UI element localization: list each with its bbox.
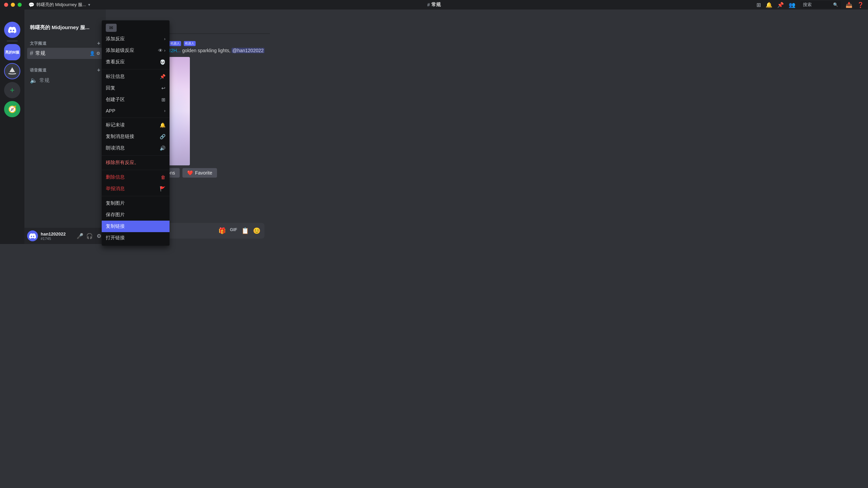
thread-icon: ⊞ <box>161 97 165 102</box>
heart-icon: ❤️ <box>187 170 193 176</box>
add-voice-icon[interactable]: + <box>97 67 100 73</box>
mention[interactable]: @han1202022 <box>232 48 264 53</box>
svg-rect-0 <box>12 67 12 73</box>
close-button[interactable] <box>4 3 8 7</box>
sticker-icon[interactable]: 📋 <box>241 227 249 235</box>
reply-icon: ↩ <box>161 85 165 91</box>
menu-divider-3 <box>102 155 170 156</box>
menu-divider-1 <box>102 69 170 69</box>
channel-sidebar: 韩曙亮的 Midjourney 服... 文字频道 + # 常规 👤 ⚙ 语音频… <box>24 9 106 244</box>
text-section-header[interactable]: 文字频道 + <box>27 39 103 48</box>
username: han1202022 <box>41 231 73 237</box>
server-icon-discover[interactable]: 🧭 <box>4 101 20 117</box>
server-list: 亮的M服 + 🧭 <box>0 9 24 244</box>
hash-icon: # <box>30 50 33 57</box>
input-icons: 🎁 GIF 📋 😊 <box>218 227 260 235</box>
menu-divider-5 <box>102 196 170 196</box>
user-avatar <box>27 230 38 241</box>
user-settings-icon[interactable]: 👤 <box>90 51 95 56</box>
server-icon-discord[interactable] <box>4 22 20 38</box>
ctx-add-reaction[interactable]: 添加反应 › <box>102 33 170 45</box>
ctx-mark-unread[interactable]: 标记未读 🔔 <box>102 119 170 131</box>
titlebar-channel: # 常规 <box>427 2 434 8</box>
ctx-app[interactable]: APP › <box>102 105 170 116</box>
ctx-create-thread[interactable]: 创建子区 ⊞ <box>102 94 170 105</box>
user-panel: han1202022 #1745 🎤 🎧 ⚙ <box>24 228 106 244</box>
gift-icon[interactable]: 🎁 <box>218 227 226 235</box>
headset-icon[interactable]: 🎧 <box>85 232 94 240</box>
ctx-add-super-reaction[interactable]: 添加超级反应 👁 › <box>102 45 170 56</box>
maximize-button[interactable] <box>18 3 22 7</box>
robot-badge-2: 机器人 <box>184 41 196 46</box>
gif-icon[interactable]: GIF <box>230 227 237 235</box>
minimize-button[interactable] <box>11 3 15 7</box>
pin-icon: 📌 <box>160 74 165 79</box>
favorite-button[interactable]: ❤️ Favorite <box>182 168 217 178</box>
speaker-icon: 🔊 <box>160 145 165 151</box>
trash-icon: 🗑 <box>161 175 165 180</box>
ctx-remove-reactions[interactable]: 移除所有反应。 <box>102 157 170 168</box>
ctx-copy-image[interactable]: 复制图片 <box>102 198 170 209</box>
ctx-copy-link[interactable]: 复制消息链接 🔗 <box>102 131 170 142</box>
ctx-open-link[interactable]: 打开链接 <box>102 232 170 244</box>
user-info: han1202022 #1745 <box>41 231 73 241</box>
server-name[interactable]: 韩曙亮的 Midjourney 服... <box>24 19 106 34</box>
text-channels-section: 文字频道 + # 常规 👤 ⚙ <box>24 34 106 60</box>
titlebar: 💬 韩曙亮的 Midjourney 服... ▾ # 常规 ⊞ 🔔 📌 👥 搜索… <box>0 0 434 9</box>
voice-section-header[interactable]: 语音频道 + <box>27 66 103 75</box>
ctx-report-message[interactable]: 举报消息 🚩 <box>102 183 170 195</box>
eye-icon: 👁 <box>158 48 163 53</box>
voice-channels-section: 语音频道 + 🔈 常规 <box>24 60 106 87</box>
user-discriminator: #1745 <box>41 237 73 241</box>
server-icon-mj[interactable]: 亮的M服 <box>4 44 20 60</box>
settings-icon[interactable]: ⚙ <box>96 51 100 56</box>
ctx-save-image[interactable]: 保存图片 <box>102 209 170 221</box>
ctx-read-message[interactable]: 朗读消息 🔊 <box>102 142 170 154</box>
link-icon: 🔗 <box>160 134 165 139</box>
channel-item-voice-regular[interactable]: 🔈 常规 <box>27 75 103 86</box>
mic-icon[interactable]: 🎤 <box>76 232 84 240</box>
arrow-icon-2: › <box>164 48 165 53</box>
flag-icon: 🚩 <box>160 186 165 191</box>
ctx-view-reaction[interactable]: 查看反应 💀 <box>102 56 170 68</box>
channel-item-text-regular[interactable]: # 常规 👤 ⚙ <box>27 48 103 59</box>
bell-icon: 🔔 <box>160 122 165 128</box>
message-body: golden sparkling lights, <box>182 48 232 53</box>
server-divider <box>7 41 18 41</box>
emoji-icon[interactable]: 😊 <box>253 227 260 235</box>
add-channel-icon[interactable]: + <box>97 40 100 46</box>
add-server-button[interactable]: + <box>4 82 20 98</box>
email-icon: ✉ <box>106 24 117 32</box>
menu-divider-2 <box>102 118 170 118</box>
ctx-reply[interactable]: 回复 ↩ <box>102 82 170 94</box>
speaker-icon: 🔈 <box>30 77 37 84</box>
ctx-delete-message[interactable]: 删除信息 🗑 <box>102 171 170 183</box>
ctx-pin-message[interactable]: 标注信息 📌 <box>102 71 170 82</box>
menu-divider-4 <box>102 170 170 170</box>
arrow-icon: › <box>164 37 165 41</box>
ctx-copy-link-2[interactable]: 复制链接 <box>102 221 170 232</box>
context-menu: ✉ 添加反应 › 添加超级反应 👁 › 查看反应 💀 标注信息 📌 回复 ↩ 创… <box>102 20 170 244</box>
arrow-icon-3: › <box>164 108 165 113</box>
skull-icon: 💀 <box>160 59 165 65</box>
server-icon-boat[interactable] <box>4 63 20 79</box>
user-controls: 🎤 🎧 ⚙ <box>76 232 103 240</box>
app-title: 💬 韩曙亮的 Midjourney 服... ▾ <box>28 2 90 8</box>
